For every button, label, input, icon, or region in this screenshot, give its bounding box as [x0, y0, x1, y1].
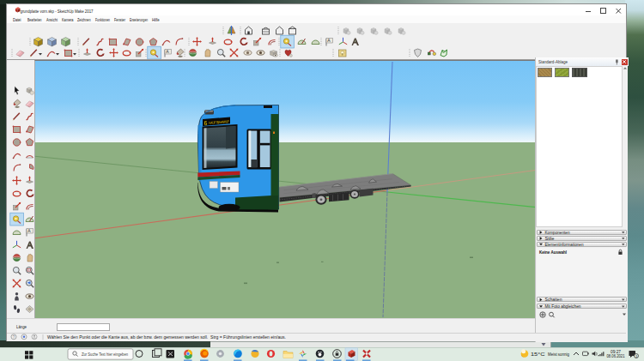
- svg-text:Komponenten: Komponenten: [545, 231, 570, 235]
- svg-text:Fenster: Fenster: [114, 17, 125, 22]
- svg-text:Länge: Länge: [16, 324, 27, 329]
- svg-text:Stile: Stile: [545, 237, 555, 241]
- svg-text:Zeichnen: Zeichnen: [77, 17, 91, 22]
- svg-text:Keine Auswahl: Keine Auswahl: [539, 250, 567, 255]
- svg-text:15°C: 15°C: [531, 352, 545, 357]
- svg-text:Erweiterungen: Erweiterungen: [130, 17, 148, 22]
- svg-text:08.06.2021: 08.06.2021: [607, 354, 625, 358]
- svg-text:Elementinformationen: Elementinformationen: [545, 243, 584, 247]
- svg-text:Ansicht: Ansicht: [46, 17, 58, 22]
- svg-text:Zur Suche Text hier eingeben: Zur Suche Text hier eingeben: [82, 352, 128, 357]
- svg-text:Bearbeiten: Bearbeiten: [27, 17, 42, 22]
- svg-text:Datei: Datei: [13, 17, 21, 22]
- svg-text:Standard-Ablage: Standard-Ablage: [538, 59, 568, 64]
- svg-text:Kamera: Kamera: [62, 17, 74, 22]
- svg-text:Funktionen: Funktionen: [95, 17, 110, 22]
- svg-text:Mit Foto abgleichen: Mit Foto abgleichen: [545, 304, 581, 309]
- svg-text:Meist sonnig: Meist sonnig: [548, 352, 569, 357]
- svg-text:6: 6: [204, 120, 207, 126]
- svg-text:Wählen Sie den Punkt oder die: Wählen Sie den Punkt oder die Kante aus,…: [47, 334, 286, 340]
- svg-text:?: ?: [13, 335, 15, 340]
- svg-text:grundplatte vorn.skp - SketchU: grundplatte vorn.skp - SketchUp Make 201…: [21, 9, 94, 14]
- svg-text:Schatten: Schatten: [545, 298, 562, 302]
- svg-text:09:27: 09:27: [611, 350, 621, 354]
- svg-text:Hilfe: Hilfe: [152, 17, 160, 22]
